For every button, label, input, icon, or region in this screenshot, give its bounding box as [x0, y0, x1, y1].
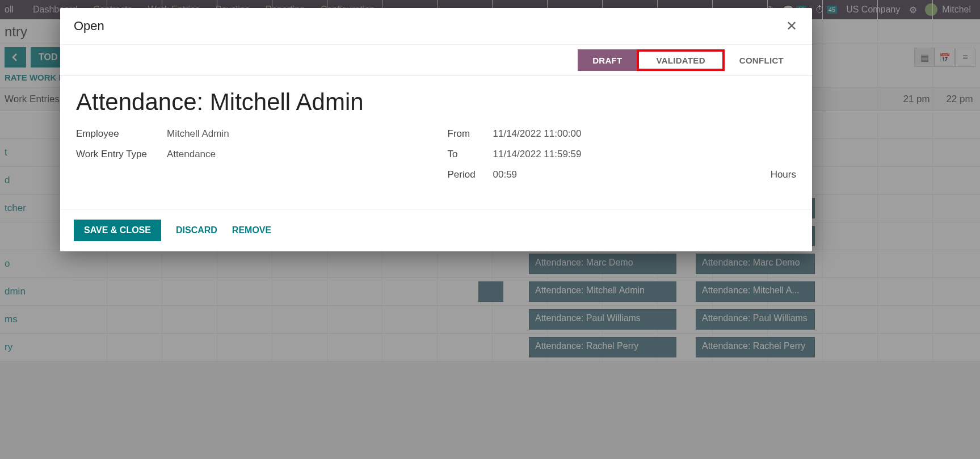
modal-footer: SAVE & CLOSE DISCARD REMOVE: [60, 209, 812, 251]
status-conflict[interactable]: CONFLICT: [725, 49, 798, 71]
period-value[interactable]: 00:59: [493, 169, 518, 180]
from-label: From: [448, 128, 493, 140]
entry-title: Attendance: Mitchell Admin: [76, 89, 796, 116]
status-draft[interactable]: DRAFT: [578, 49, 637, 71]
period-label: Period: [448, 169, 493, 180]
modal-header: Open ✕: [60, 8, 812, 45]
modal-title: Open: [74, 19, 104, 33]
to-label: To: [448, 149, 493, 160]
work-entry-modal: Open ✕ DRAFT VALIDATED CONFLICT Attendan…: [60, 8, 812, 251]
work-entry-type-label: Work Entry Type: [76, 149, 167, 160]
work-entry-type-value[interactable]: Attendance: [167, 149, 216, 160]
status-validated[interactable]: VALIDATED: [637, 49, 724, 71]
to-value[interactable]: 11/14/2022 11:59:59: [493, 149, 582, 160]
modal-body: Attendance: Mitchell Admin Employee Mitc…: [60, 76, 812, 209]
status-bar: DRAFT VALIDATED CONFLICT: [60, 45, 812, 76]
employee-label: Employee: [76, 128, 167, 140]
from-value[interactable]: 11/14/2022 11:00:00: [493, 128, 582, 140]
save-button[interactable]: SAVE & CLOSE: [74, 220, 161, 241]
period-unit: Hours: [771, 169, 796, 180]
discard-button[interactable]: DISCARD: [176, 225, 217, 235]
employee-value[interactable]: Mitchell Admin: [167, 128, 229, 140]
remove-button[interactable]: REMOVE: [232, 225, 271, 235]
close-icon[interactable]: ✕: [785, 18, 798, 34]
